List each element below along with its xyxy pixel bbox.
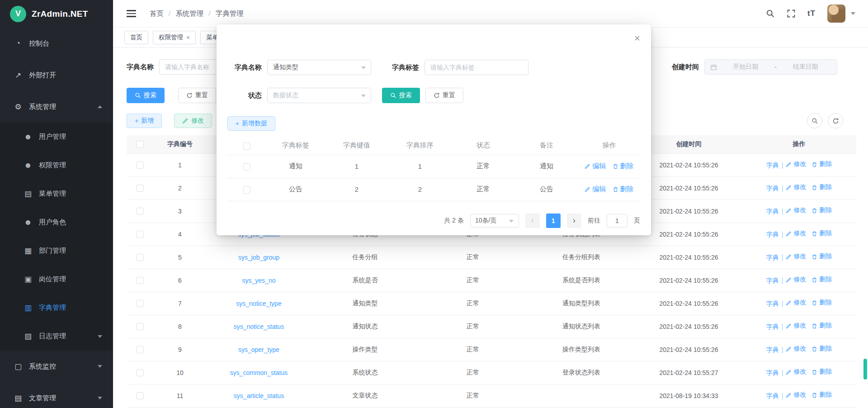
row-checkbox[interactable] — [137, 300, 144, 307]
sidebar-item[interactable]: ↗ 外部打开 — [0, 59, 113, 91]
dict-data-link[interactable]: 字典 — [766, 161, 779, 170]
prev-page-button[interactable]: ‹ — [525, 213, 540, 228]
delete-row-link[interactable]: 删除 — [811, 299, 832, 307]
page-number-button[interactable]: 1 — [546, 213, 561, 228]
delete-row-link[interactable]: 删除 — [811, 322, 832, 330]
user-menu-caret-icon[interactable] — [851, 12, 855, 15]
status-select[interactable]: 数据状态 — [267, 88, 371, 103]
select-all-checkbox[interactable] — [243, 142, 250, 150]
breadcrumb-item[interactable]: 字典管理 — [203, 9, 243, 19]
goto-page-input[interactable] — [607, 214, 627, 228]
page-tab[interactable]: 首页 — [124, 31, 148, 44]
date-range-picker[interactable]: 开始日期 - 结束日期 — [704, 59, 837, 75]
delete-row-link[interactable]: 删除 — [811, 229, 832, 237]
close-icon[interactable]: × — [634, 33, 640, 43]
refresh-table-button[interactable] — [828, 113, 843, 128]
next-page-button[interactable]: › — [567, 213, 581, 228]
delete-row-link[interactable]: 删除 — [613, 162, 634, 171]
delete-row-link[interactable]: 删除 — [811, 160, 832, 168]
edit-row-link[interactable]: 修改 — [786, 322, 806, 330]
dict-label-input[interactable] — [425, 60, 528, 75]
dict-data-link[interactable]: 字典 — [766, 323, 779, 331]
sidebar-item[interactable]: ◔ 控制台 — [0, 28, 113, 59]
edit-row-link[interactable]: 修改 — [786, 229, 806, 237]
breadcrumb-item[interactable]: 首页 — [150, 9, 164, 19]
row-checkbox[interactable] — [243, 163, 250, 171]
edit-row-link[interactable]: 修改 — [786, 391, 806, 399]
delete-row-link[interactable]: 删除 — [811, 252, 832, 261]
dict-data-link[interactable]: 字典 — [766, 208, 779, 216]
page-tab[interactable]: 权限管理 × — [153, 31, 196, 44]
dict-data-link[interactable]: 字典 — [766, 185, 779, 193]
dict-type-link[interactable]: sys_notice_type — [236, 300, 281, 307]
reset-button[interactable]: 重置 — [178, 88, 216, 103]
edit-row-link[interactable]: 修改 — [786, 275, 806, 284]
sidebar-item[interactable]: ▤ 菜单管理 — [0, 180, 113, 208]
delete-row-link[interactable]: 删除 — [811, 391, 832, 399]
dict-name-select[interactable]: 通知类型 — [267, 60, 371, 75]
edit-button[interactable]: 修改 — [174, 114, 212, 128]
sidebar-item[interactable]: ▦ 部门管理 — [0, 237, 113, 265]
tab-close-icon[interactable]: × — [186, 34, 190, 41]
dict-type-link[interactable]: sys_yes_no — [242, 277, 276, 284]
delete-row-link[interactable]: 删除 — [613, 185, 634, 194]
dict-data-link[interactable]: 字典 — [766, 392, 779, 400]
menu-toggle-icon[interactable] — [127, 8, 136, 19]
edit-row-link[interactable]: 编辑 — [585, 185, 606, 194]
sidebar-item[interactable]: ☻ 用户角色 — [0, 208, 113, 237]
edit-row-link[interactable]: 编辑 — [585, 162, 606, 171]
dict-type-link[interactable]: sys_job_group — [238, 254, 279, 261]
dict-data-link[interactable]: 字典 — [766, 231, 779, 239]
user-avatar[interactable] — [827, 5, 845, 23]
delete-row-link[interactable]: 删除 — [811, 275, 832, 284]
breadcrumb-item[interactable]: 系统管理 — [164, 9, 203, 19]
dict-data-link[interactable]: 字典 — [766, 300, 779, 308]
delete-row-link[interactable]: 删除 — [811, 206, 832, 214]
row-checkbox[interactable] — [137, 161, 144, 169]
edit-row-link[interactable]: 修改 — [786, 206, 806, 214]
scrollbar-thumb[interactable] — [863, 359, 867, 380]
dict-type-link[interactable]: sys_article_status — [234, 392, 284, 399]
row-checkbox[interactable] — [137, 277, 144, 284]
sidebar-item[interactable]: ▧ 日志管理 — [0, 322, 113, 351]
edit-row-link[interactable]: 修改 — [786, 345, 806, 353]
delete-row-link[interactable]: 删除 — [811, 368, 832, 376]
sidebar-item[interactable]: ▣ 岗位管理 — [0, 265, 113, 294]
dialog-search-button[interactable]: 搜索 — [382, 88, 420, 103]
sidebar-item[interactable]: ▤ 文章管理 — [0, 382, 113, 408]
row-checkbox[interactable] — [137, 254, 144, 261]
edit-row-link[interactable]: 修改 — [786, 299, 806, 307]
edit-row-link[interactable]: 修改 — [786, 160, 806, 168]
page-size-select[interactable]: 10条/页 — [470, 214, 519, 228]
font-size-icon[interactable]: tT — [807, 9, 816, 18]
dict-type-link[interactable]: sys_common_status — [230, 369, 288, 376]
dict-type-link[interactable]: sys_notice_status — [234, 323, 284, 330]
edit-row-link[interactable]: 修改 — [786, 252, 806, 261]
sidebar-item[interactable]: ☻ 权限管理 — [0, 151, 113, 180]
app-logo[interactable]: V ZrAdmin.NET — [0, 0, 113, 28]
row-checkbox[interactable] — [137, 208, 144, 215]
row-checkbox[interactable] — [137, 231, 144, 238]
sidebar-item[interactable]: ⚙ 系统管理 — [0, 91, 113, 123]
delete-row-link[interactable]: 删除 — [811, 345, 832, 353]
row-checkbox[interactable] — [137, 185, 144, 192]
fullscreen-icon[interactable] — [787, 9, 796, 18]
search-button[interactable]: 搜索 — [127, 88, 165, 103]
show-search-button[interactable] — [807, 113, 822, 128]
sidebar-item[interactable]: ☻ 用户管理 — [0, 123, 113, 151]
sidebar-item[interactable]: ▥ 字典管理 — [0, 294, 113, 322]
add-data-button[interactable]: + 新增数据 — [227, 116, 275, 131]
edit-row-link[interactable]: 修改 — [786, 368, 806, 376]
dict-data-link[interactable]: 字典 — [766, 277, 779, 285]
select-all-checkbox[interactable] — [137, 141, 144, 148]
row-checkbox[interactable] — [137, 346, 144, 353]
row-checkbox[interactable] — [137, 323, 144, 330]
dict-data-link[interactable]: 字典 — [766, 254, 779, 262]
edit-row-link[interactable]: 修改 — [786, 183, 806, 191]
dict-data-link[interactable]: 字典 — [766, 369, 779, 377]
row-checkbox[interactable] — [137, 369, 144, 376]
sidebar-item[interactable]: ▢ 系统监控 — [0, 351, 113, 382]
search-icon[interactable] — [766, 9, 775, 18]
row-checkbox[interactable] — [243, 186, 250, 194]
row-checkbox[interactable] — [137, 392, 144, 399]
